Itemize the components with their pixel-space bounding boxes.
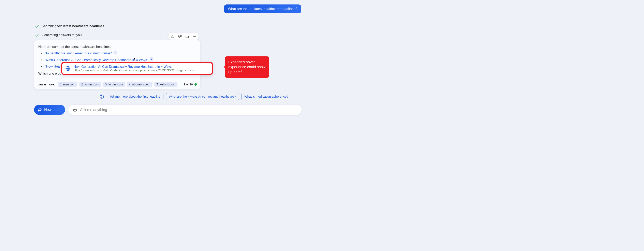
thumbs-down-icon[interactable] [178, 34, 182, 38]
status-generating: Generating answers for you… [35, 33, 85, 37]
suggestion-chip[interactable]: What are the 4 ways AI can revamp health… [166, 93, 239, 100]
status-searching: Searching for: latest healthcare headlin… [35, 24, 104, 29]
more-icon[interactable] [192, 34, 196, 38]
check-icon [35, 24, 39, 29]
headline-link[interactable]: "How Healt [45, 65, 62, 68]
annotation-callout: Expanded hover experience could show up … [225, 56, 269, 78]
learn-more-chip[interactable]: 2. forbes.com [79, 82, 101, 87]
learn-more-chip[interactable]: 5. webmd.com [154, 82, 178, 87]
svg-point-2 [196, 36, 196, 37]
learn-more-label: Learn more: [38, 83, 55, 86]
learn-more-chip[interactable]: 3. forbes.com [103, 82, 125, 87]
citation-badge[interactable]: 2 [150, 57, 153, 61]
new-topic-label: New topic [44, 108, 60, 112]
svg-point-1 [194, 36, 195, 37]
svg-point-9 [76, 110, 76, 110]
user-message-text: What are the top latest healthcare headl… [228, 7, 297, 11]
headline-link[interactable]: "Next-Generation AI Can Dramatically Rev… [45, 58, 148, 62]
pager-current: 1 [184, 83, 185, 86]
suggestion-chip[interactable]: Tell me more about the first headline [107, 93, 164, 100]
thumbs-up-icon[interactable] [170, 34, 174, 38]
answer-item: "In healthcare, middlemen are running am… [45, 51, 196, 56]
learn-more-chip[interactable]: 1. msn.com [58, 82, 77, 87]
feedback-toolbar [168, 33, 199, 40]
suggestions-row: Tell me more about the first headline Wh… [99, 93, 292, 100]
globe-icon [65, 66, 71, 71]
headline-link[interactable]: "In healthcare, middlemen are running am… [45, 51, 112, 55]
learn-more-row: Learn more: 1. msn.com 2. forbes.com 3. … [34, 80, 200, 89]
callout-super: 1 [241, 70, 242, 72]
broom-icon [38, 108, 42, 112]
bottom-input-row: New topic [34, 105, 302, 115]
share-icon[interactable] [185, 34, 189, 38]
ask-input[interactable] [80, 108, 297, 112]
learn-more-chip[interactable]: 4. nbcnews.com [127, 82, 152, 87]
status-dot-icon [194, 83, 197, 86]
new-topic-button[interactable]: New topic [34, 105, 65, 115]
pager-of: of 20 [186, 83, 193, 86]
question-icon [99, 94, 104, 99]
check-icon [35, 33, 39, 37]
suggestion-chip[interactable]: What is medication adherence? [241, 93, 292, 100]
user-message-bubble: What are the top latest healthcare headl… [224, 5, 301, 14]
svg-point-8 [75, 110, 75, 110]
svg-point-5 [102, 97, 102, 98]
tooltip-title: Next-Generation AI Can Dramatically Reva… [74, 65, 198, 69]
citation-badge[interactable]: 1 [114, 51, 117, 54]
tooltip-url: https://www.forbes.com/sites/forbesbusin… [74, 69, 198, 72]
ask-input-container[interactable] [68, 105, 302, 115]
status-searching-query: latest healthcare headlines [63, 24, 104, 28]
status-searching-prefix: Searching for: [42, 24, 63, 28]
status-generating-text: Generating answers for you… [42, 33, 85, 37]
answer-intro: Here are some of the latest healthcare h… [38, 44, 196, 49]
chat-icon [73, 108, 77, 112]
hover-tooltip[interactable]: Next-Generation AI Can Dramatically Reva… [61, 62, 213, 75]
svg-point-0 [193, 36, 194, 37]
pager: 1 of 20 [184, 83, 197, 86]
callout-text: Expanded hover experience could show up … [228, 60, 266, 74]
